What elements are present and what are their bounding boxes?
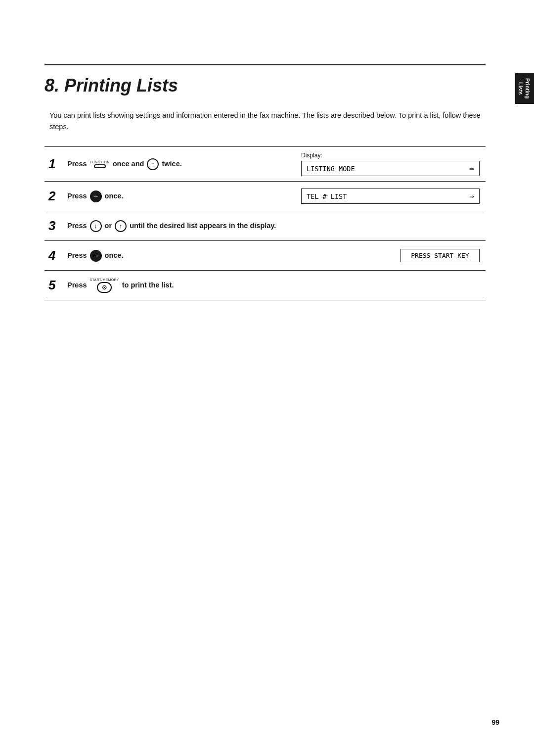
step-number-3: 3	[48, 218, 64, 234]
down-button-icon: ↓	[90, 220, 102, 232]
step-5-text: Press START/MEMORY ⊙ to print the list.	[67, 278, 174, 293]
step-4-text: Press → once.	[67, 250, 123, 262]
press-start-key-box: PRESS START KEY	[400, 249, 480, 262]
step-row-4: 4 Press → once. PRESS START KEY	[44, 241, 486, 271]
side-tab-label: PrintingLists	[517, 78, 531, 99]
display-text-4: PRESS START KEY	[411, 252, 469, 259]
step-1-twice: twice.	[162, 160, 181, 168]
step-3-text: Press ↓ or ↑ until the desired list appe…	[67, 220, 276, 232]
step-2-text: Press → once.	[67, 190, 123, 202]
display-box-2: TEL # LIST ⇒	[301, 189, 480, 204]
side-tab-number: 8.	[510, 88, 517, 92]
step-number-4: 4	[48, 248, 64, 263]
up-button-icon-3: ↑	[115, 220, 127, 232]
step-row-2: 2 Press → once. TEL # LIST ⇒	[44, 182, 486, 211]
start-memory-button-icon: START/MEMORY ⊙	[90, 278, 119, 293]
display-text-2: TEL # LIST	[307, 192, 347, 200]
enter-button-icon-2: →	[90, 190, 102, 202]
step-row-3: 3 Press ↓ or ↑ until the desired list ap…	[44, 211, 486, 241]
display-arrow-1: ⇒	[469, 164, 474, 173]
display-arrow-2: ⇒	[469, 191, 474, 201]
chapter-side-tab: PrintingLists 8.	[515, 73, 534, 104]
step-3-instruction: 3 Press ↓ or ↑ until the desired list ap…	[44, 211, 486, 241]
step-number-5: 5	[48, 278, 64, 293]
top-border	[44, 64, 486, 65]
chapter-title: 8. Printing Lists	[44, 75, 486, 96]
step-1-display: Display: LISTING MODE ⇒	[295, 147, 486, 182]
enter-button-icon-4: →	[90, 250, 102, 262]
steps-table: 1 Press FUNCTION once and ↑ twice. Displ…	[44, 146, 486, 300]
step-row-5: 5 Press START/MEMORY ⊙ to print the list…	[44, 271, 486, 300]
step-number-1: 1	[48, 156, 64, 172]
function-button-icon: FUNCTION	[90, 160, 110, 168]
step-2-instruction: 2 Press → once.	[44, 182, 295, 211]
display-box-1: LISTING MODE ⇒	[301, 161, 480, 176]
step-5-instruction: 5 Press START/MEMORY ⊙ to print the list…	[44, 271, 486, 300]
step-1-text: Press FUNCTION once and ↑ twice.	[67, 158, 182, 170]
page-number: 99	[491, 718, 499, 726]
step-4-display: PRESS START KEY	[295, 241, 486, 271]
display-text-1: LISTING MODE	[307, 165, 355, 173]
step-1-once-and: once and	[113, 160, 146, 168]
step-number-2: 2	[48, 189, 64, 204]
display-label-1: Display:	[301, 152, 480, 159]
step-2-display: TEL # LIST ⇒	[295, 182, 486, 211]
step-4-instruction: 4 Press → once.	[44, 241, 295, 271]
step-1-instruction: 1 Press FUNCTION once and ↑ twice.	[44, 147, 295, 182]
step-row-1: 1 Press FUNCTION once and ↑ twice. Displ…	[44, 147, 486, 182]
intro-paragraph: You can print lists showing settings and…	[44, 110, 486, 133]
up-button-icon: ↑	[147, 158, 159, 170]
